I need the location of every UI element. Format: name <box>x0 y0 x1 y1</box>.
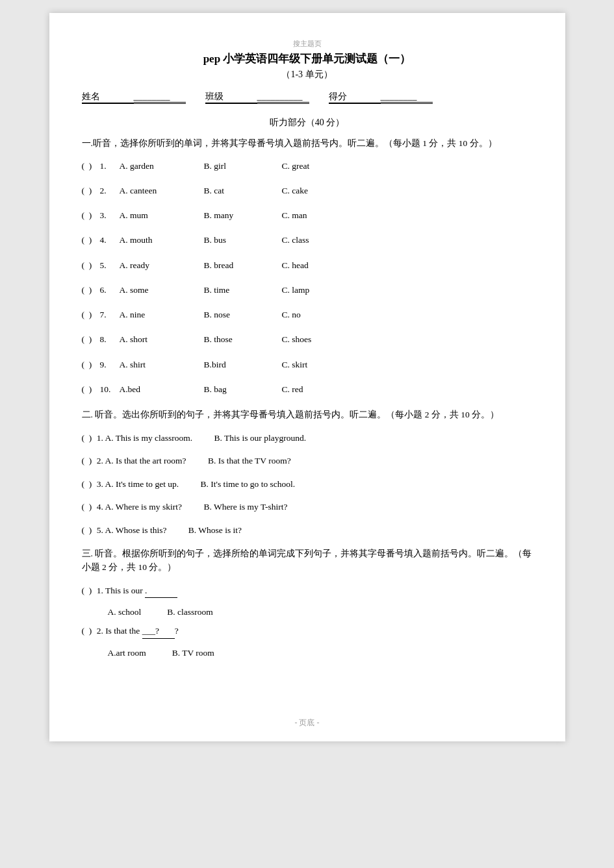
option-c: C. cake <box>282 184 360 197</box>
option-a: A. canteen <box>120 184 204 197</box>
option-a: A.bed <box>120 383 204 396</box>
bracket: ( ) <box>82 433 92 443</box>
option-c: C. class <box>282 234 360 247</box>
list-item: ( ) 2. Is that the ___?? A.art roomB. TV… <box>82 624 533 658</box>
question-num: 6. <box>100 284 120 297</box>
main-title: pep 小学英语四年级下册单元测试题（一） <box>82 51 533 66</box>
table-row: ( ) 6. A. some B. time C. lamp <box>82 284 533 297</box>
option-b: B. cat <box>204 184 282 197</box>
section3-questions: ( ) 1. This is our . A. schoolB. classro… <box>82 584 533 658</box>
section2-questions: ( ) 1. A. This is my classroom. B. This … <box>82 431 533 538</box>
score-label: 得分________ <box>329 91 433 104</box>
sub-option: A. school <box>108 607 142 617</box>
option-b: B. nose <box>204 308 282 321</box>
option-a: A. This is my classroom. <box>105 433 192 443</box>
sub-option: A.art room <box>108 648 146 658</box>
option-c: C. head <box>282 259 360 272</box>
option-b: B. Whose is it? <box>188 525 242 535</box>
question-num: 1. <box>97 586 103 595</box>
table-row: ( ) 7. A. nine B. nose C. no <box>82 308 533 321</box>
table-row: ( ) 3. A. mum B. many C. man <box>82 209 533 222</box>
option-b: B. This is our playground. <box>214 433 307 443</box>
question-num: 2. <box>100 184 120 197</box>
question-num: 5. <box>100 259 120 272</box>
bracket: ( ) <box>82 479 92 489</box>
list-item: ( ) 1. This is our . A. schoolB. classro… <box>82 584 533 618</box>
list-item: ( ) 2. A. Is that the art room? B. Is th… <box>82 454 533 468</box>
option-b: B.bird <box>204 358 282 371</box>
bracket: ( ) <box>82 234 100 247</box>
option-b: B. bag <box>204 383 282 396</box>
sub-options-row: A.art roomB. TV room <box>108 648 533 658</box>
section1-questions: ( ) 1. A. garden B. girl C. great ( ) 2.… <box>82 160 533 397</box>
option-c: C. man <box>282 209 360 222</box>
class-label: 班级__________ <box>205 91 309 104</box>
exam-page: 搜主题页 pep 小学英语四年级下册单元测试题（一） （1-3 单元） 姓名__… <box>49 13 565 741</box>
option-a: A. garden <box>120 160 204 173</box>
option-b: B. girl <box>204 160 282 173</box>
bracket: ( ) <box>82 259 100 272</box>
option-a: A. short <box>120 333 204 346</box>
question-num: 5. <box>97 525 103 535</box>
sub-title: （1-3 单元） <box>82 69 533 81</box>
bracket: ( ) <box>82 626 92 636</box>
question-text: ( ) 1. This is our . <box>82 584 533 599</box>
option-b: B. Is that the TV room? <box>208 456 291 465</box>
bracket: ( ) <box>82 358 100 371</box>
question-num: 4. <box>97 502 103 512</box>
table-row: ( ) 2. A. canteen B. cat C. cake <box>82 184 533 197</box>
listening-header: 听力部分（40 分） <box>82 117 533 129</box>
section2-instruction: 二. 听音。选出你所听到的句子，并将其字母番号填入题前括号内。听二遍。（每小题 … <box>82 408 533 422</box>
question-num: 10. <box>100 383 120 396</box>
bracket: ( ) <box>82 456 92 465</box>
page-footer: - 页底 - <box>49 717 565 728</box>
table-row: ( ) 9. A. shirt B.bird C. skirt <box>82 358 533 371</box>
question-num: 3. <box>97 479 103 489</box>
sub-option: B. TV room <box>172 648 214 658</box>
question-num: 9. <box>100 358 120 371</box>
option-c: C. red <box>282 383 360 396</box>
bracket: ( ) <box>82 284 100 297</box>
bracket: ( ) <box>82 184 100 197</box>
option-c: C. great <box>282 160 360 173</box>
option-b: B. time <box>204 284 282 297</box>
question-body: Is that the ___?? <box>105 626 179 636</box>
option-a: A. Is that the art room? <box>105 456 186 465</box>
table-row: ( ) 8. A. short B. those C. shoes <box>82 333 533 346</box>
list-item: ( ) 1. A. This is my classroom. B. This … <box>82 431 533 445</box>
bracket: ( ) <box>82 160 100 173</box>
table-row: ( ) 1. A. garden B. girl C. great <box>82 160 533 173</box>
question-body: This is our . <box>105 586 177 595</box>
sub-options-row: A. schoolB. classroom <box>108 607 533 617</box>
option-b: B. those <box>204 333 282 346</box>
question-num: 8. <box>100 333 120 346</box>
question-num: 2. <box>97 456 103 465</box>
bracket: ( ) <box>82 308 100 321</box>
sub-option: B. classroom <box>167 607 213 617</box>
fill-blank: ___? <box>142 624 175 639</box>
option-a: A. It's time to get up. <box>105 479 179 489</box>
option-a: A. some <box>120 284 204 297</box>
option-a: A. Where is my skirt? <box>105 502 182 512</box>
bracket: ( ) <box>82 586 92 595</box>
option-c: C. shoes <box>282 333 360 346</box>
name-label: 姓名________ <box>82 91 186 104</box>
option-a: A. Whose is this? <box>105 525 166 535</box>
list-item: ( ) 4. A. Where is my skirt? B. Where is… <box>82 500 533 514</box>
option-c: C. no <box>282 308 360 321</box>
bracket: ( ) <box>82 383 100 396</box>
question-num: 7. <box>100 308 120 321</box>
fill-blank: . <box>145 584 177 599</box>
section1-instruction: 一.听音，选择你所听到的单词，并将其字母番号填入题前括号内。听二遍。（每小题 1… <box>82 136 533 151</box>
bracket: ( ) <box>82 525 92 535</box>
bracket: ( ) <box>82 209 100 222</box>
option-b: B. bread <box>204 259 282 272</box>
question-num: 2. <box>97 626 103 636</box>
question-num: 4. <box>100 234 120 247</box>
option-a: A. nine <box>120 308 204 321</box>
option-b: B. It's time to go to school. <box>201 479 296 489</box>
student-info: 姓名________ 班级__________ 得分________ <box>82 91 533 104</box>
option-c: C. lamp <box>282 284 360 297</box>
option-b: B. Where is my T-shirt? <box>203 502 287 512</box>
option-a: A. shirt <box>120 358 204 371</box>
